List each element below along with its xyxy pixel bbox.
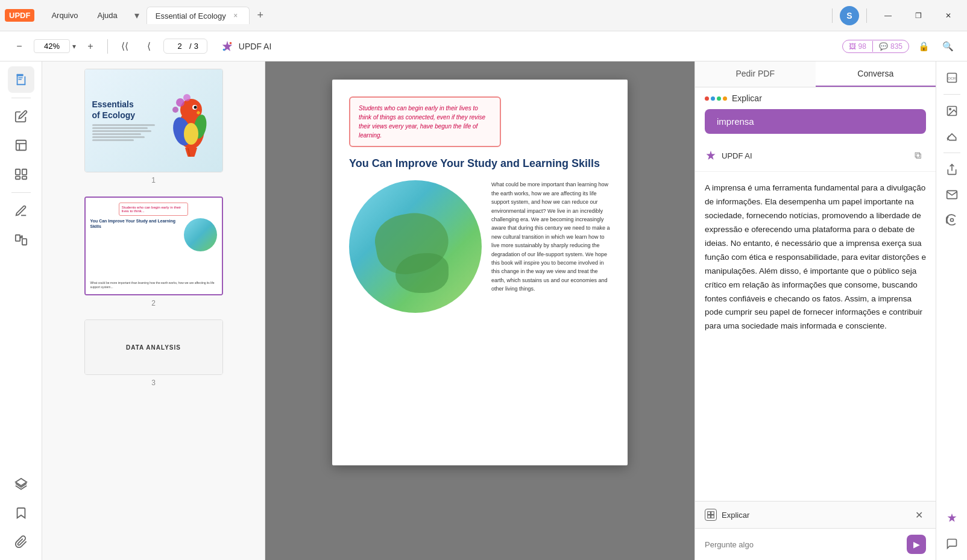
tab-pedir-pdf[interactable]: Pedir PDF: [695, 61, 816, 87]
updf-logo[interactable]: UPDF: [5, 9, 34, 22]
footer-explain-left: Explicar: [705, 509, 749, 521]
dot-blue: [711, 96, 715, 101]
search-button[interactable]: 🔍: [938, 37, 957, 56]
right-image-icon[interactable]: [940, 99, 963, 122]
sidebar-item-edit[interactable]: [8, 103, 34, 130]
svg-point-26: [183, 94, 191, 101]
footer-close-button[interactable]: ✕: [912, 508, 926, 522]
imprensa-button[interactable]: imprensa: [705, 109, 926, 134]
menu-arquivo[interactable]: Arquivo: [44, 8, 85, 22]
badge-image-count: 🖼 98: [843, 40, 872, 52]
nav-first-button[interactable]: ⟨⟨: [115, 37, 134, 56]
svg-rect-16: [22, 239, 26, 245]
sidebar-item-convert[interactable]: [8, 227, 34, 253]
sidebar-item-attach[interactable]: [8, 529, 34, 555]
pdf-quote-box: Students who can begin early in their li…: [349, 96, 501, 147]
maximize-button[interactable]: ❐: [904, 6, 932, 25]
pdf-body-text: What could be more important than learni…: [491, 180, 611, 293]
right-sign-icon[interactable]: [940, 125, 963, 148]
zoom-value[interactable]: 42%: [34, 39, 70, 53]
sidebar-item-pages[interactable]: [8, 161, 34, 187]
zoom-in-button[interactable]: +: [81, 37, 100, 56]
sidebar-item-annotate[interactable]: [8, 198, 34, 224]
right-chat-icon[interactable]: [940, 532, 963, 555]
svg-point-37: [950, 219, 953, 222]
page-number-1: 1: [151, 176, 156, 184]
lock-button[interactable]: 🔒: [914, 37, 933, 56]
thumbnail-page-2: Students who can begin early in their li…: [54, 197, 253, 307]
copy-button[interactable]: ⧉: [909, 147, 926, 164]
thumbnail-panel: Essentialsof Ecology: [42, 61, 265, 560]
chat-send-button[interactable]: ▶: [907, 535, 926, 554]
ai-header-label: UPDF AI: [722, 151, 752, 160]
right-share-icon[interactable]: [940, 158, 963, 181]
image-count: 98: [858, 42, 866, 51]
svg-point-24: [194, 106, 197, 109]
chat-input-field[interactable]: [705, 540, 902, 549]
chat-count: 835: [890, 42, 902, 51]
right-ocr-icon[interactable]: OCR: [940, 66, 963, 89]
svg-rect-6: [18, 77, 22, 78]
right-ai-icon[interactable]: [940, 507, 963, 530]
chat-input-row: ▶: [695, 529, 936, 560]
right-sep2: [943, 153, 960, 153]
user-avatar[interactable]: S: [840, 6, 859, 25]
tab-conversa[interactable]: Conversa: [816, 61, 936, 87]
sidebar-item-layers[interactable]: [8, 471, 34, 497]
svg-point-25: [176, 98, 184, 107]
zoom-out-button[interactable]: −: [10, 37, 29, 56]
image-badge-icon: 🖼: [849, 42, 856, 51]
sidebar-item-format[interactable]: [8, 132, 34, 159]
toolbar-divider1: [107, 39, 108, 54]
ai-panel-footer: Explicar ✕ ▶: [695, 501, 936, 560]
page-total: 3: [194, 42, 198, 51]
page-number-3: 3: [151, 379, 156, 387]
svg-point-35: [949, 109, 951, 110]
menu-ajuda[interactable]: Ajuda: [90, 8, 124, 22]
right-save-icon[interactable]: [940, 209, 963, 231]
tab-close-button[interactable]: ×: [231, 11, 241, 20]
svg-point-0: [230, 42, 232, 44]
ai-panel-tabs: Pedir PDF Conversa: [695, 61, 936, 87]
svg-point-1: [223, 48, 225, 51]
sidebar-item-document[interactable]: [8, 66, 34, 93]
thumbnail-card-3[interactable]: DATA ANALYSIS: [84, 319, 223, 375]
right-email-icon[interactable]: [940, 183, 963, 206]
svg-rect-7: [18, 79, 22, 80]
tab-title: Essential of Ecology: [156, 11, 226, 20]
updf-ai-button[interactable]: UPDF AI: [212, 36, 280, 57]
thumbnail-card-2[interactable]: Students who can begin early in their li…: [84, 197, 223, 295]
svg-point-27: [172, 107, 178, 113]
cover-parrot-image: [167, 90, 215, 151]
main-area: Essentialsof Ecology: [0, 61, 967, 560]
minimize-button[interactable]: —: [874, 6, 902, 25]
main-toolbar: − 42% ▾ + ⟨⟨ ⟨ 2 / 3 UPDF AI 🖼 98 💬 835 …: [0, 31, 967, 61]
tab-dropdown[interactable]: ▾: [130, 8, 144, 23]
thumb2-title: You Can Improve Your Study and Learning …: [90, 218, 179, 229]
new-tab-button[interactable]: +: [252, 7, 269, 24]
pdf-text-column: What could be more important than learni…: [491, 180, 611, 313]
nav-prev-button[interactable]: ⟨: [139, 37, 159, 56]
sidebar-item-bookmark[interactable]: [8, 500, 34, 526]
thumbnail-image-1: Essentialsof Ecology: [85, 69, 222, 172]
zoom-dropdown-arrow[interactable]: ▾: [72, 42, 76, 51]
page-number-input[interactable]: 2: [172, 42, 187, 51]
close-button[interactable]: ✕: [934, 6, 962, 25]
ai-chat-header: UPDF AI ⧉: [695, 140, 936, 172]
pdf-page-title: You Can Improve Your Study and Learning …: [349, 157, 611, 171]
thumbnail-card-1[interactable]: Essentialsof Ecology: [84, 69, 223, 172]
pdf-area: Students who can begin early in their li…: [265, 61, 695, 560]
send-icon: ▶: [913, 540, 920, 549]
svg-rect-28: [708, 512, 711, 515]
cover-text: Essentialsof Ecology: [92, 99, 162, 142]
dot-green: [717, 96, 721, 101]
ai-chat-content: A imprensa é uma ferramenta fundamental …: [695, 172, 936, 501]
credit-badge: 🖼 98 💬 835: [842, 40, 909, 53]
pdf-page: Students who can begin early in their li…: [332, 80, 628, 465]
page-number-2: 2: [151, 299, 156, 307]
pdf-earth-image: [349, 180, 482, 313]
svg-rect-31: [711, 515, 714, 518]
document-tab[interactable]: Essential of Ecology ×: [146, 7, 250, 24]
thumb2-earth: [184, 218, 217, 251]
cover-title: Essentialsof Ecology: [92, 99, 162, 121]
